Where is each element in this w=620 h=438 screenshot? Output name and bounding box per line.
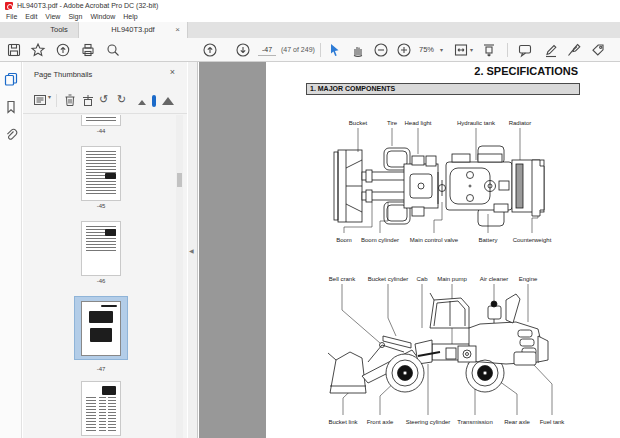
rotate-cw-icon[interactable]: ↻: [117, 91, 126, 107]
tab-tools-label: Tools: [50, 25, 68, 34]
thumbnail-page-47-selected[interactable]: [74, 296, 128, 360]
enlarge-thumbnails-icon[interactable]: [162, 97, 174, 105]
thumbnail-label: -45: [65, 203, 137, 209]
fill-sign-pen-icon[interactable]: [566, 42, 582, 58]
more-tools-badge-icon[interactable]: [590, 42, 606, 58]
navigation-rail: [0, 62, 22, 438]
label-air-cleaner: Air cleaner: [480, 276, 509, 282]
page-count-label: (47 of 249): [281, 38, 315, 62]
thumbnail-page-45[interactable]: [82, 147, 120, 200]
label-counterweight: Counterweight: [513, 237, 552, 243]
page-thumbnails-rail-icon[interactable]: [4, 72, 18, 86]
attachments-rail-icon[interactable]: [4, 128, 18, 142]
thumbnail-options-icon[interactable]: [33, 93, 47, 107]
page-number-input[interactable]: [258, 44, 276, 56]
thumbnail-label: -46: [65, 278, 137, 284]
page-display-icon[interactable]: [481, 42, 497, 58]
loader-top-view-art: [334, 146, 544, 226]
label-boom: Boom: [336, 237, 352, 243]
menu-window[interactable]: Window: [90, 12, 115, 22]
thumbnail-scrollbar-thumb[interactable]: [177, 173, 182, 187]
star-favorites-icon[interactable]: [30, 42, 46, 58]
label-radiator: Radiator: [509, 120, 532, 126]
fit-width-icon[interactable]: [453, 42, 469, 58]
thumbnail-label: -44: [65, 128, 137, 134]
tabbar: Tools HL940T3.pdf ×: [0, 22, 620, 38]
search-icon[interactable]: [105, 42, 121, 58]
pdf-page: 2. SPECIFICATIONS 1. MAJOR COMPONENTS: [266, 62, 620, 438]
highlight-pencil-icon[interactable]: [543, 42, 559, 58]
thumbnail-page-48[interactable]: [82, 382, 120, 435]
label-bell-crank: Bell crank: [329, 276, 356, 282]
tab-document[interactable]: HL940T3.pdf ×: [78, 22, 188, 38]
menu-help[interactable]: Help: [123, 12, 137, 22]
loader-side-view-art: [328, 293, 548, 393]
label-bucket-cylinder: Bucket cylinder: [368, 276, 409, 282]
label-bucket-link: Bucket link: [328, 419, 358, 425]
bookmarks-rail-icon[interactable]: [4, 100, 18, 114]
label-boom-cylinder: Boom cylinder: [361, 237, 399, 243]
print-icon[interactable]: [80, 42, 96, 58]
panel-edge-strip[interactable]: ◀: [188, 62, 198, 438]
tab-close-icon[interactable]: ×: [175, 22, 180, 38]
thumbnail-size-slider[interactable]: [152, 95, 156, 107]
zoom-in-icon[interactable]: [396, 42, 412, 58]
next-page-icon[interactable]: [235, 42, 251, 58]
label-front-axle: Front axle: [367, 419, 394, 425]
thumbnail-list: -44 -45 -46: [23, 115, 187, 438]
tab-document-label: HL940T3.pdf: [111, 25, 154, 34]
label-fuel-tank: Fuel tank: [540, 419, 566, 425]
titlebar: HL940T3.pdf - Adobe Acrobat Pro DC (32-b…: [0, 0, 620, 12]
save-icon[interactable]: [6, 42, 22, 58]
side-view-diagram: Bell crank Bucket cylinder Cab Main pump…: [320, 266, 620, 436]
reduce-thumbnails-icon[interactable]: [138, 100, 146, 105]
menu-edit[interactable]: Edit: [25, 12, 37, 22]
rotate-ccw-icon[interactable]: ↺: [99, 91, 108, 107]
share-upload-icon[interactable]: [55, 42, 71, 58]
chapter-heading: 2. SPECIFICATIONS: [474, 65, 578, 77]
menubar: File Edit View Sign Window Help: [0, 12, 620, 22]
thumbnail-label: -47: [65, 366, 137, 372]
comment-icon[interactable]: [517, 42, 533, 58]
thumbnail-page-47[interactable]: [82, 302, 120, 355]
select-tool-icon[interactable]: [327, 42, 343, 58]
main-toolbar: (47 of 249) 75% ▾ ▾: [0, 38, 620, 62]
window-title: HL940T3.pdf - Adobe Acrobat Pro DC (32-b…: [17, 1, 158, 11]
zoom-dropdown-caret-icon[interactable]: ▾: [440, 38, 443, 62]
insert-pages-icon[interactable]: [81, 93, 95, 107]
panel-close-icon[interactable]: ×: [170, 67, 175, 77]
thumbnail-page-46[interactable]: [82, 222, 120, 275]
label-tire: Tire: [387, 120, 398, 126]
collapse-panel-icon[interactable]: ◀: [189, 247, 194, 254]
document-background: 2. SPECIFICATIONS 1. MAJOR COMPONENTS: [199, 62, 620, 438]
fit-dropdown-caret-icon[interactable]: ▾: [470, 38, 473, 62]
label-cab: Cab: [416, 276, 428, 282]
label-head-light: Head light: [404, 120, 431, 126]
panel-toolbar-divider: [56, 94, 57, 107]
delete-pages-icon[interactable]: [63, 93, 77, 107]
hand-tool-icon[interactable]: [350, 42, 366, 58]
content-area: Page Thumbnails × ▾ ↺ ↻: [0, 62, 620, 438]
label-rear-axle: Rear axle: [504, 419, 530, 425]
panel-toolbar: ▾ ↺ ↻: [23, 88, 187, 114]
menu-view[interactable]: View: [45, 12, 60, 22]
options-caret-icon[interactable]: ▾: [48, 85, 51, 109]
menu-file[interactable]: File: [6, 12, 17, 22]
zoom-out-icon[interactable]: [373, 42, 389, 58]
previous-page-icon[interactable]: [202, 42, 218, 58]
thumbnail-scrollbar[interactable]: [176, 115, 183, 438]
section-heading-banner: 1. MAJOR COMPONENTS: [306, 83, 580, 95]
panel-title: Page Thumbnails: [34, 70, 92, 79]
zoom-level-value[interactable]: 75%: [419, 38, 434, 62]
menu-sign[interactable]: Sign: [68, 12, 82, 22]
acrobat-window: HL940T3.pdf - Adobe Acrobat Pro DC (32-b…: [0, 0, 620, 438]
toolbar-divider: [320, 43, 321, 57]
label-engine: Engine: [519, 276, 538, 282]
thumbnail-page-44[interactable]: [82, 115, 120, 125]
page-thumbnails-panel: Page Thumbnails × ▾ ↺ ↻: [23, 62, 187, 438]
toolbar-divider: [507, 43, 508, 57]
acrobat-logo-icon: [5, 2, 13, 10]
label-main-control-valve: Main control valve: [410, 237, 459, 243]
label-battery: Battery: [478, 237, 497, 243]
label-steering-cylinder: Steering cylinder: [406, 419, 451, 425]
